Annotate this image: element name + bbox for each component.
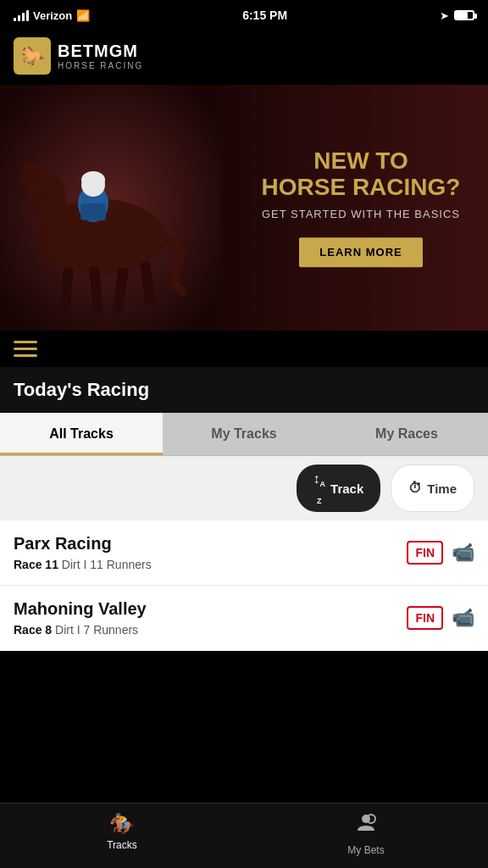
nav-tracks[interactable]: 🏇 Tracks bbox=[0, 804, 244, 868]
race-right-1: FIN 📹 bbox=[407, 541, 474, 565]
race-info-1: Parx Racing Race 11 Dirt I 11 Runners bbox=[14, 534, 407, 571]
hamburger-line-2 bbox=[14, 348, 37, 350]
hero-title: NEW TO HORSE RACING? bbox=[251, 148, 471, 201]
tracks-nav-icon: 🏇 bbox=[109, 812, 135, 836]
hero-line1: NEW TO bbox=[313, 147, 408, 174]
learn-more-button[interactable]: LEARN MORE bbox=[299, 237, 422, 267]
tab-my-tracks[interactable]: My Tracks bbox=[163, 413, 325, 455]
my-bets-nav-label: My Bets bbox=[347, 844, 384, 856]
menu-bar bbox=[0, 331, 488, 367]
fin-badge-1: FIN bbox=[407, 541, 443, 565]
clock-icon: ⏱ bbox=[408, 481, 422, 496]
sort-bar: ↕AZ Track ⏱ Time bbox=[0, 456, 488, 520]
hero-subtitle: GET STARTED WITH THE BASICS bbox=[251, 208, 471, 220]
app-header: 🐎 BETMGM HORSE RACING bbox=[0, 31, 488, 85]
status-right: ➤ bbox=[440, 9, 474, 22]
status-bar: Verizon 📶 6:15 PM ➤ bbox=[0, 0, 488, 31]
section-title-bar: Today's Racing bbox=[0, 367, 488, 413]
sort-by-time-button[interactable]: ⏱ Time bbox=[391, 465, 474, 512]
race-info-2: Mahoning Valley Race 8 Dirt I 7 Runners bbox=[14, 599, 407, 637]
race-surface-2: Dirt I bbox=[55, 623, 83, 637]
race-surface-1: Dirt I bbox=[62, 558, 90, 571]
sort-track-label: Track bbox=[330, 481, 363, 496]
nav-my-bets[interactable]: My Bets bbox=[244, 804, 488, 868]
hero-banner: NEW TO HORSE RACING? GET STARTED WITH TH… bbox=[0, 85, 488, 331]
app-name: BETMGM bbox=[58, 42, 143, 61]
race-item[interactable]: Mahoning Valley Race 8 Dirt I 7 Runners … bbox=[0, 586, 488, 651]
tabs-container: All Tracks My Tracks My Races bbox=[0, 413, 488, 456]
race-number-2: Race 8 bbox=[14, 623, 52, 637]
tab-my-races-label: My Races bbox=[375, 426, 438, 441]
sort-by-track-button[interactable]: ↕AZ Track bbox=[297, 465, 381, 512]
logo-text: BETMGM HORSE RACING bbox=[58, 42, 143, 70]
tab-my-races[interactable]: My Races bbox=[325, 413, 488, 455]
race-list: Parx Racing Race 11 Dirt I 11 Runners FI… bbox=[0, 520, 488, 651]
section-title: Today's Racing bbox=[14, 379, 474, 401]
svg-point-10 bbox=[81, 171, 105, 188]
track-name-2: Mahoning Valley bbox=[14, 599, 407, 619]
tab-my-tracks-label: My Tracks bbox=[211, 426, 276, 441]
app-subtitle: HORSE RACING bbox=[58, 61, 143, 70]
logo-icon: 🐎 bbox=[14, 37, 51, 75]
time-display: 6:15 PM bbox=[242, 8, 287, 22]
race-runners-1: 11 Runners bbox=[90, 558, 151, 571]
tracks-nav-label: Tracks bbox=[107, 839, 137, 851]
video-icon-2[interactable]: 📹 bbox=[452, 607, 474, 629]
hamburger-line-3 bbox=[14, 354, 37, 357]
race-details-2: Race 8 Dirt I 7 Runners bbox=[14, 623, 407, 637]
svg-rect-11 bbox=[80, 203, 106, 220]
sort-time-label: Time bbox=[427, 481, 457, 496]
race-runners-2: 7 Runners bbox=[84, 623, 139, 637]
race-item[interactable]: Parx Racing Race 11 Dirt I 11 Runners FI… bbox=[0, 520, 488, 586]
horse-svg bbox=[0, 85, 220, 331]
wifi-icon: 📶 bbox=[76, 9, 90, 22]
battery-icon bbox=[454, 10, 474, 20]
bottom-nav: 🏇 Tracks My Bets bbox=[0, 803, 488, 868]
tab-all-tracks[interactable]: All Tracks bbox=[0, 413, 163, 455]
race-number-1: Race 11 bbox=[14, 558, 58, 571]
hamburger-menu[interactable] bbox=[14, 341, 37, 357]
track-name-1: Parx Racing bbox=[14, 534, 407, 554]
race-right-2: FIN 📹 bbox=[407, 606, 474, 630]
fin-badge-2: FIN bbox=[407, 606, 443, 630]
race-details-1: Race 11 Dirt I 11 Runners bbox=[14, 558, 407, 571]
hamburger-line-1 bbox=[14, 341, 37, 343]
horse-logo-emoji: 🐎 bbox=[21, 45, 44, 67]
hero-line2: HORSE RACING? bbox=[262, 174, 461, 200]
video-icon-1[interactable]: 📹 bbox=[452, 542, 474, 564]
carrier-label: Verizon bbox=[33, 9, 72, 22]
logo: 🐎 BETMGM HORSE RACING bbox=[14, 37, 143, 75]
hero-content: NEW TO HORSE RACING? GET STARTED WITH TH… bbox=[251, 148, 471, 267]
location-icon: ➤ bbox=[440, 9, 449, 22]
sort-az-icon: ↕AZ bbox=[313, 471, 326, 505]
my-bets-nav-icon bbox=[354, 812, 378, 841]
signal-icon bbox=[14, 9, 29, 21]
tab-all-tracks-label: All Tracks bbox=[49, 426, 114, 441]
status-left: Verizon 📶 bbox=[14, 9, 90, 22]
hero-horse-image bbox=[0, 85, 220, 331]
